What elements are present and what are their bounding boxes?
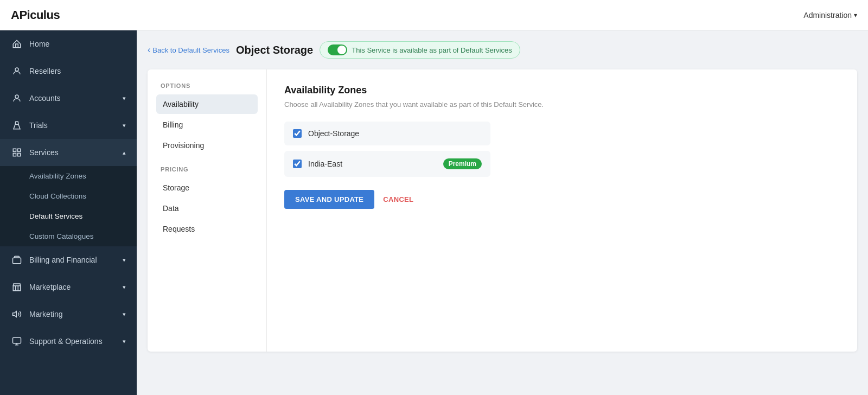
sidebar: Home Resellers Accounts ▾ Trials ▾ <box>0 30 137 395</box>
svg-point-1 <box>15 95 18 98</box>
option-availability[interactable]: Availability <box>156 94 258 114</box>
support-icon <box>11 335 23 347</box>
marketplace-icon <box>11 281 23 293</box>
zone-checkbox-india-east[interactable] <box>293 160 302 168</box>
main-card: OPTIONS Availability Billing Provisionin… <box>148 69 857 352</box>
sidebar-label-services: Services <box>29 148 59 157</box>
marketplace-chevron: ▾ <box>123 284 126 291</box>
sidebar-item-billing[interactable]: Billing and Financial ▾ <box>0 246 137 273</box>
sidebar-label-marketing: Marketing <box>29 310 62 318</box>
sidebar-label-billing: Billing and Financial <box>29 256 97 264</box>
sidebar-item-support[interactable]: Support & Operations ▾ <box>0 328 137 355</box>
zone-label-india-east: India-East <box>308 160 437 168</box>
sidebar-label-accounts: Accounts <box>29 94 61 103</box>
svg-rect-6 <box>13 258 21 264</box>
sidebar-subitem-default-services[interactable]: Default Services <box>0 206 137 226</box>
zone-checkbox-object-storage[interactable] <box>293 129 302 138</box>
main-layout: Home Resellers Accounts ▾ Trials ▾ <box>0 30 868 395</box>
option-storage[interactable]: Storage <box>156 178 258 197</box>
marketing-icon <box>11 308 23 320</box>
sidebar-label-resellers: Resellers <box>29 67 61 75</box>
page-header: Back to Default Services Object Storage … <box>148 41 857 59</box>
sidebar-item-accounts[interactable]: Accounts ▾ <box>0 85 137 112</box>
sidebar-label-home: Home <box>29 40 49 48</box>
billing-chevron: ▾ <box>123 257 126 264</box>
admin-menu[interactable]: Administration <box>803 11 857 20</box>
pricing-section-title: PRICING <box>156 166 258 173</box>
options-section-title: OPTIONS <box>156 82 258 89</box>
option-data[interactable]: Data <box>156 199 258 218</box>
service-toggle[interactable] <box>328 44 347 55</box>
home-icon <box>11 38 23 50</box>
back-link[interactable]: Back to Default Services <box>148 45 229 55</box>
brand-logo: APiculus <box>11 8 60 22</box>
services-icon <box>11 146 23 158</box>
action-row: SAVE AND UPDATE CANCEL <box>284 190 840 209</box>
panel-subtitle: Choose all Availability Zones that you w… <box>284 100 840 109</box>
svg-point-0 <box>15 68 18 71</box>
options-panel: OPTIONS Availability Billing Provisionin… <box>148 69 267 352</box>
trials-chevron: ▾ <box>123 122 126 129</box>
marketing-chevron: ▾ <box>123 311 126 318</box>
service-badge-text: This Service is available as part of Def… <box>352 46 512 54</box>
sidebar-label-marketplace: Marketplace <box>29 283 71 291</box>
service-availability-badge: This Service is available as part of Def… <box>320 41 520 59</box>
content-panel: Availability Zones Choose all Availabili… <box>267 69 857 352</box>
accounts-chevron: ▾ <box>123 95 126 102</box>
premium-badge: Premium <box>443 158 482 169</box>
support-chevron: ▾ <box>123 338 126 345</box>
resellers-icon <box>11 65 23 77</box>
svg-rect-5 <box>18 154 21 156</box>
sidebar-item-services[interactable]: Services ▴ <box>0 139 137 166</box>
trials-icon <box>11 119 23 131</box>
option-billing[interactable]: Billing <box>156 115 258 135</box>
page-title: Object Storage <box>236 44 313 56</box>
sidebar-item-home[interactable]: Home <box>0 30 137 58</box>
sidebar-item-marketplace[interactable]: Marketplace ▾ <box>0 273 137 301</box>
zone-item-object-storage: Object-Storage <box>284 122 490 145</box>
cancel-button[interactable]: CANCEL <box>383 195 413 203</box>
option-provisioning[interactable]: Provisioning <box>156 136 258 155</box>
sidebar-subitem-custom-catalogues[interactable]: Custom Catalogues <box>0 226 137 246</box>
content-area: Back to Default Services Object Storage … <box>137 30 868 395</box>
zone-label-object-storage: Object-Storage <box>308 129 482 138</box>
services-subnav: Availability Zones Cloud Collections Def… <box>0 166 137 246</box>
zone-item-india-east: India-East Premium <box>284 151 490 177</box>
panel-title: Availability Zones <box>284 85 840 96</box>
accounts-icon <box>11 92 23 104</box>
sidebar-label-support: Support & Operations <box>29 337 103 346</box>
svg-rect-3 <box>18 149 21 151</box>
sidebar-item-trials[interactable]: Trials ▾ <box>0 112 137 139</box>
billing-icon <box>11 254 23 266</box>
option-requests[interactable]: Requests <box>156 219 258 239</box>
sidebar-item-resellers[interactable]: Resellers <box>0 58 137 85</box>
services-chevron: ▴ <box>123 149 126 156</box>
svg-marker-7 <box>13 311 17 317</box>
navbar: APiculus Administration <box>0 0 868 30</box>
svg-rect-4 <box>13 154 16 156</box>
svg-rect-8 <box>13 337 21 343</box>
sidebar-label-trials: Trials <box>29 121 48 130</box>
sidebar-subitem-availability-zones[interactable]: Availability Zones <box>0 166 137 186</box>
sidebar-item-marketing[interactable]: Marketing ▾ <box>0 301 137 328</box>
sidebar-subitem-cloud-collections[interactable]: Cloud Collections <box>0 186 137 206</box>
svg-rect-2 <box>13 149 16 151</box>
save-and-update-button[interactable]: SAVE AND UPDATE <box>284 190 374 209</box>
